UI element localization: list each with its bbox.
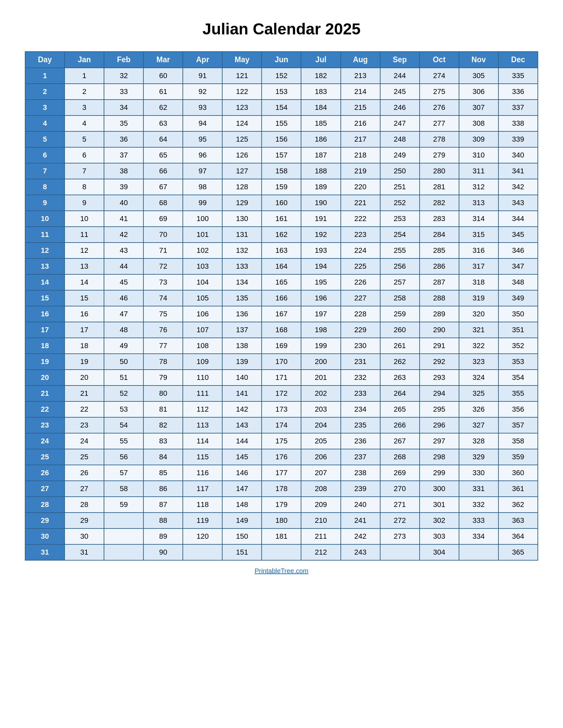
value-cell: 63 (143, 115, 183, 131)
value-cell: 186 (301, 131, 341, 147)
column-header-sep: Sep (380, 52, 420, 68)
value-cell: 206 (301, 449, 341, 465)
value-cell: 341 (498, 163, 538, 179)
value-cell: 110 (183, 370, 222, 386)
value-cell: 343 (498, 195, 538, 211)
value-cell: 277 (420, 115, 459, 131)
value-cell: 285 (420, 243, 459, 258)
value-cell: 303 (420, 528, 459, 544)
value-cell: 35 (104, 115, 143, 131)
value-cell: 68 (143, 195, 183, 211)
value-cell: 18 (65, 338, 104, 354)
value-cell: 260 (380, 322, 420, 338)
value-cell: 46 (104, 290, 143, 306)
value-cell: 229 (341, 322, 380, 338)
value-cell: 291 (420, 338, 459, 354)
value-cell: 56 (104, 449, 143, 465)
footer-link[interactable]: PrintableTree.com (255, 567, 309, 575)
day-cell: 9 (25, 195, 65, 211)
value-cell: 235 (341, 417, 380, 433)
value-cell: 176 (261, 449, 301, 465)
value-cell: 57 (104, 465, 143, 481)
value-cell: 104 (183, 274, 222, 290)
value-cell: 146 (222, 465, 261, 481)
value-cell: 241 (341, 513, 380, 528)
column-header-dec: Dec (498, 52, 538, 68)
value-cell: 101 (183, 227, 222, 243)
value-cell: 349 (498, 290, 538, 306)
value-cell: 337 (498, 100, 538, 115)
value-cell: 360 (498, 465, 538, 481)
value-cell: 138 (222, 338, 261, 354)
value-cell: 262 (380, 354, 420, 370)
value-cell: 126 (222, 147, 261, 163)
value-cell: 163 (261, 243, 301, 258)
value-cell: 214 (341, 84, 380, 100)
value-cell: 115 (183, 449, 222, 465)
table-row: 33346293123154184215246276307337 (25, 100, 538, 115)
value-cell: 248 (380, 131, 420, 147)
value-cell (261, 544, 301, 560)
value-cell: 15 (65, 290, 104, 306)
value-cell: 281 (420, 179, 459, 195)
value-cell: 272 (380, 513, 420, 528)
value-cell: 243 (341, 544, 380, 560)
table-row: 14144573104134165195226257287318348 (25, 274, 538, 290)
value-cell: 166 (261, 290, 301, 306)
value-cell: 356 (498, 401, 538, 417)
value-cell: 85 (143, 465, 183, 481)
value-cell: 149 (222, 513, 261, 528)
value-cell: 316 (459, 243, 498, 258)
value-cell: 33 (104, 84, 143, 100)
value-cell: 161 (261, 211, 301, 227)
value-cell: 78 (143, 354, 183, 370)
value-cell: 155 (261, 115, 301, 131)
value-cell: 210 (301, 513, 341, 528)
value-cell: 322 (459, 338, 498, 354)
value-cell: 96 (183, 147, 222, 163)
value-cell: 226 (341, 274, 380, 290)
value-cell: 52 (104, 386, 143, 401)
value-cell: 9 (65, 195, 104, 211)
value-cell: 244 (380, 68, 420, 84)
day-cell: 2 (25, 84, 65, 100)
value-cell: 211 (301, 528, 341, 544)
value-cell: 253 (380, 211, 420, 227)
value-cell: 239 (341, 481, 380, 497)
value-cell: 188 (301, 163, 341, 179)
day-cell: 11 (25, 227, 65, 243)
value-cell: 47 (104, 306, 143, 322)
day-cell: 20 (25, 370, 65, 386)
value-cell: 10 (65, 211, 104, 227)
value-cell: 164 (261, 258, 301, 274)
value-cell: 99 (183, 195, 222, 211)
value-cell: 30 (65, 528, 104, 544)
value-cell: 25 (65, 449, 104, 465)
value-cell: 280 (420, 163, 459, 179)
value-cell: 357 (498, 417, 538, 433)
value-cell: 27 (65, 481, 104, 497)
value-cell: 109 (183, 354, 222, 370)
value-cell: 75 (143, 306, 183, 322)
value-cell: 89 (143, 528, 183, 544)
value-cell: 22 (65, 401, 104, 417)
value-cell: 80 (143, 386, 183, 401)
value-cell: 41 (104, 211, 143, 227)
value-cell: 299 (420, 465, 459, 481)
table-row: 12124371102132163193224255285316346 (25, 243, 538, 258)
value-cell: 94 (183, 115, 222, 131)
value-cell: 144 (222, 433, 261, 449)
value-cell: 209 (301, 497, 341, 513)
table-row: 44356394124155185216247277308338 (25, 115, 538, 131)
value-cell: 213 (341, 68, 380, 84)
value-cell: 227 (341, 290, 380, 306)
value-cell: 139 (222, 354, 261, 370)
value-cell: 212 (301, 544, 341, 560)
value-cell: 40 (104, 195, 143, 211)
value-cell: 256 (380, 258, 420, 274)
value-cell: 283 (420, 211, 459, 227)
value-cell (104, 513, 143, 528)
value-cell: 158 (261, 163, 301, 179)
value-cell (459, 544, 498, 560)
value-cell: 282 (420, 195, 459, 211)
